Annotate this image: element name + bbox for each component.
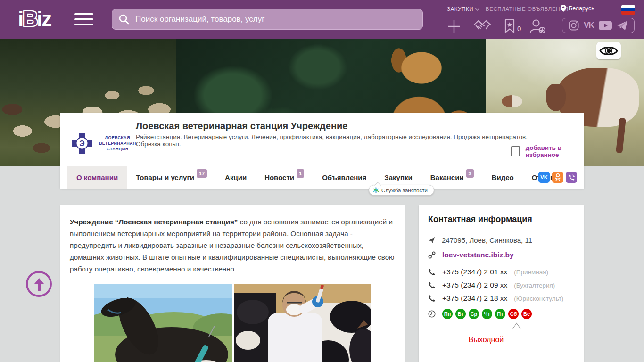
weekday-circles: Пн Вт Ср Чт Пт Сб Вс: [442, 309, 532, 319]
logo-line-3: СТАНЦИЯ: [99, 146, 136, 152]
search-bar: [112, 9, 423, 30]
login-button[interactable]: [529, 19, 546, 36]
vk-icon[interactable]: VK: [584, 21, 594, 30]
day-sun[interactable]: Вс: [521, 309, 532, 319]
viber-icon[interactable]: [566, 172, 577, 183]
telegram-icon[interactable]: [617, 20, 628, 31]
favorites-button[interactable]: [504, 19, 516, 35]
tab-promotions[interactable]: Акции: [216, 166, 256, 189]
tab-about[interactable]: О компании: [67, 166, 127, 189]
distant-cow: [502, 95, 522, 107]
vet-station-logo-icon: Э: [70, 131, 94, 156]
about-photos: [94, 284, 371, 362]
location-pin-icon: [561, 5, 566, 12]
day-fri[interactable]: Пт: [495, 309, 505, 319]
phone-row: +375 (2347) 2 18 xx (Юрисконстульт): [428, 294, 563, 303]
logo-b: B: [23, 7, 37, 30]
phone-number[interactable]: +375 (2347) 2 18 xx: [442, 294, 507, 303]
company-tagline: Райветстанция. Ветеринарные услуги. Лече…: [136, 133, 544, 148]
website-link[interactable]: loev-vetstanc.ibiz.by: [442, 251, 514, 259]
day-tue[interactable]: Вт: [455, 309, 466, 319]
send-arrow-icon: [428, 237, 435, 244]
partners-button[interactable]: [473, 19, 491, 35]
day-sat[interactable]: Сб: [508, 309, 519, 319]
tab-badge: 3: [466, 169, 474, 178]
tab-ads[interactable]: Объявления: [313, 166, 375, 189]
schedule-row: Пн Вт Ср Чт Пт Сб Вс: [428, 309, 532, 319]
about-intro-bold: Учреждение “Лоевская ветеринарная станци…: [70, 218, 238, 226]
address-text: 247095, Лоев, Синякова, 11: [442, 236, 532, 244]
user-add-icon: [529, 19, 546, 34]
menu-purchases[interactable]: ЗАКУПКИ: [447, 6, 479, 12]
company-logo-text: ЛОЕВСКАЯ ВЕТЕРИНАРНАЯ СТАНЦИЯ: [99, 135, 136, 152]
tab-label: О компании: [76, 173, 118, 181]
favorite-checkbox[interactable]: [511, 146, 520, 156]
back-to-top-button[interactable]: [26, 271, 52, 297]
tab-news[interactable]: Новости1: [256, 166, 313, 189]
phone-number[interactable]: +375 (2347) 2 09 xx: [442, 281, 507, 289]
about-paragraph: Учреждение “Лоевская ветеринарная станци…: [70, 216, 395, 275]
vet-photo: [234, 284, 371, 362]
website-row: loev-vetstanc.ibiz.by: [428, 251, 514, 259]
arrow-up-icon: [33, 277, 45, 291]
menu-purchases-label: ЗАКУПКИ: [447, 6, 473, 12]
phone-row: +375 (2347) 2 09 xx (Бухгалтерия): [428, 281, 555, 289]
tab-label: Товары и услуги: [136, 173, 194, 181]
logo-line-2: ВЕТЕРИНАРНАЯ: [99, 140, 136, 146]
add-company-button[interactable]: [447, 19, 461, 35]
favorite-label: добавить в избранное: [526, 144, 584, 158]
menu-free-ads[interactable]: БЕСПЛАТНЫЕ ОБЪЯВЛЕНИЯ: [486, 6, 569, 12]
contact-title: Контактная информация: [428, 214, 532, 224]
logo-i: i: [18, 7, 23, 30]
plus-icon: [447, 19, 461, 33]
contact-info-panel: Контактная информация 247095, Лоев, Синя…: [419, 205, 584, 362]
tab-badge: 17: [197, 169, 207, 178]
ibiz-logo[interactable]: iBiz: [18, 8, 51, 30]
vk-icon[interactable]: VK: [538, 172, 550, 183]
search-icon: [118, 14, 130, 25]
menu-free-ads-label: БЕСПЛАТНЫЕ ОБЪЯВЛЕНИЯ: [486, 6, 569, 12]
handshake-icon: [473, 19, 491, 33]
header-social-bar: VK: [562, 18, 635, 33]
tab-video[interactable]: Видео: [483, 166, 523, 189]
flag-stripe-white: [621, 5, 635, 8]
odnoklassniki-icon[interactable]: [552, 172, 563, 183]
day-wed[interactable]: Ср: [469, 309, 479, 319]
svg-text:Э: Э: [79, 140, 84, 148]
about-body-text: со дня основания занимается организацией…: [70, 218, 395, 273]
youtube-icon[interactable]: [599, 21, 612, 30]
country-label: Беларусь: [569, 5, 594, 12]
ok-figure: [554, 173, 561, 181]
employment-service-icon: [373, 187, 379, 193]
add-to-favorites[interactable]: добавить в избранное: [511, 144, 584, 158]
tab-label: Закупки: [384, 173, 412, 181]
flag-stripe-red: [621, 11, 635, 15]
employment-service-label: Служба занятости: [381, 188, 428, 193]
company-name: Лоевская ветеринарная станция Учреждение: [136, 121, 347, 132]
tab-label: Новости: [264, 173, 294, 181]
eye-icon: [599, 45, 618, 57]
phone-dept: (Бухгалтерия): [514, 282, 555, 289]
instagram-icon[interactable]: [569, 20, 579, 31]
region-selector[interactable]: Беларусь: [561, 5, 594, 12]
language-flag-russian[interactable]: [621, 5, 635, 15]
tab-badge: 1: [297, 169, 304, 178]
search-input[interactable]: [130, 15, 422, 24]
employment-service-tooltip: Служба занятости: [369, 185, 434, 196]
company-social-links: VK: [538, 172, 577, 183]
viber-phone: [568, 174, 575, 181]
about-section: Учреждение “Лоевская ветеринарная станци…: [60, 205, 405, 362]
tab-products[interactable]: Товары и услуги17: [127, 166, 216, 189]
address-row: 247095, Лоев, Синякова, 11: [428, 236, 532, 244]
views-eye-button[interactable]: [596, 42, 621, 59]
company-header-card: Э ЛОЕВСКАЯ ВЕТЕРИНАРНАЯ СТАНЦИЯ Лоевская…: [60, 113, 584, 189]
day-mon[interactable]: Пн: [442, 309, 453, 319]
clock-icon: [428, 310, 436, 318]
phone-icon: [428, 295, 436, 302]
hamburger-menu-icon[interactable]: [74, 13, 93, 26]
logo-iz: iz: [37, 7, 51, 30]
tab-label: Акции: [225, 173, 247, 181]
phone-number[interactable]: +375 (2347) 2 01 xx: [442, 268, 507, 276]
day-thu[interactable]: Чт: [482, 309, 492, 319]
phone-icon: [428, 268, 436, 276]
